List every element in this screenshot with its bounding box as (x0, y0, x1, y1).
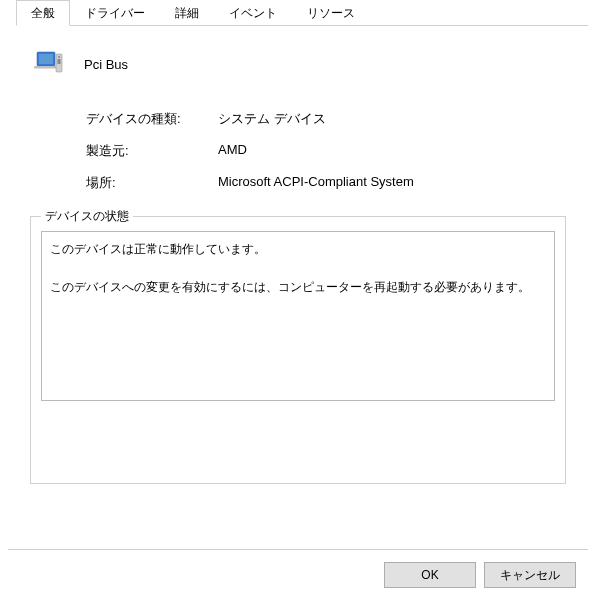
button-separator (8, 549, 588, 550)
svg-rect-5 (58, 59, 61, 64)
svg-rect-2 (34, 66, 58, 69)
ok-button[interactable]: OK (384, 562, 476, 588)
device-status-legend: デバイスの状態 (41, 208, 133, 225)
tab-events[interactable]: イベント (214, 0, 292, 26)
cancel-button[interactable]: キャンセル (484, 562, 576, 588)
info-row-type: デバイスの種類: システム デバイス (86, 110, 570, 128)
svg-point-4 (58, 56, 60, 58)
device-properties-dialog: 全般 ドライバー 詳細 イベント リソース Pci Bus デバイスの種類: (8, 0, 588, 600)
tab-resources[interactable]: リソース (292, 0, 370, 26)
manufacturer-value: AMD (218, 142, 570, 160)
tab-general[interactable]: 全般 (16, 0, 70, 26)
device-info: デバイスの種類: システム デバイス 製造元: AMD 場所: Microsof… (86, 110, 570, 192)
location-value: Microsoft ACPI-Compliant System (218, 174, 570, 192)
manufacturer-label: 製造元: (86, 142, 218, 160)
button-bar: OK キャンセル (384, 562, 576, 588)
device-header: Pci Bus (30, 46, 570, 82)
info-row-manufacturer: 製造元: AMD (86, 142, 570, 160)
device-status-textarea[interactable] (41, 231, 555, 401)
location-label: 場所: (86, 174, 218, 192)
device-name: Pci Bus (84, 57, 128, 72)
device-status-fieldset: デバイスの状態 (30, 216, 566, 484)
info-row-location: 場所: Microsoft ACPI-Compliant System (86, 174, 570, 192)
tab-strip: 全般 ドライバー 詳細 イベント リソース (16, 0, 588, 26)
device-type-value: システム デバイス (218, 110, 570, 128)
device-type-label: デバイスの種類: (86, 110, 218, 128)
tab-driver[interactable]: ドライバー (70, 0, 160, 26)
tab-content: Pci Bus デバイスの種類: システム デバイス 製造元: AMD 場所: … (8, 26, 588, 494)
svg-rect-1 (39, 54, 53, 64)
computer-icon (30, 46, 66, 82)
tab-details[interactable]: 詳細 (160, 0, 214, 26)
